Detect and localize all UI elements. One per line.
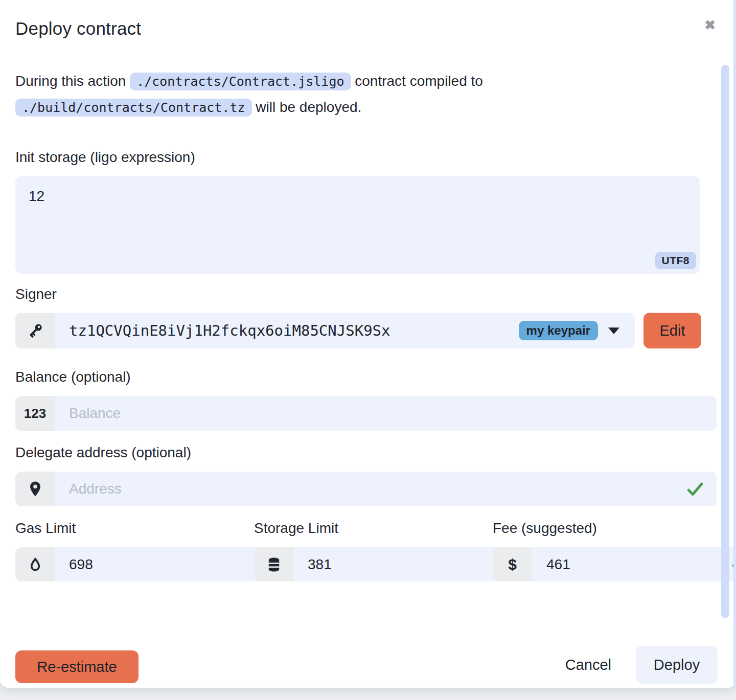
fee-input[interactable] (546, 556, 731, 573)
location-pin-icon (15, 472, 55, 506)
gas-limit-field[interactable] (55, 547, 283, 581)
init-storage-box: 12 UTF8 (15, 176, 700, 274)
delegate-label: Delegate address (optional) (15, 445, 717, 461)
chevron-down-icon[interactable] (608, 328, 619, 334)
balance-input[interactable] (69, 405, 704, 422)
close-icon[interactable]: ✖ (704, 18, 716, 32)
scrollbar-thumb[interactable] (721, 65, 729, 618)
deploy-description: During this action ./contracts/Contract.… (15, 68, 618, 121)
fee-field[interactable] (532, 547, 736, 581)
signer-address-input[interactable] (69, 322, 519, 339)
signer-address-field[interactable]: my keypair (55, 313, 635, 348)
key-icon (15, 313, 55, 348)
storage-limit-input[interactable] (308, 556, 492, 573)
build-path-chip: ./build/contracts/Contract.tz (15, 99, 252, 116)
dollar-icon: $ (493, 547, 532, 581)
delegate-field[interactable] (55, 472, 717, 506)
numeric-123-icon: 123 (15, 396, 55, 431)
description-text-1: During this action (15, 73, 126, 89)
fee-label: Fee (suggested) (493, 520, 700, 536)
init-storage-input[interactable]: 12 (15, 176, 700, 274)
utf8-badge[interactable]: UTF8 (655, 252, 697, 269)
balance-row: 123 (15, 396, 717, 431)
scrollbar-track[interactable] (733, 0, 736, 688)
balance-field[interactable] (55, 396, 717, 431)
description-text-2: contract compiled to (355, 73, 483, 89)
cancel-button[interactable]: Cancel (565, 657, 611, 673)
delegate-row (15, 472, 717, 506)
storage-limit-field[interactable] (293, 547, 522, 581)
gas-limit-row (15, 547, 223, 581)
fee-row: $ (493, 547, 700, 581)
source-path-chip: ./contracts/Contract.jsligo (130, 73, 351, 90)
delegate-address-input[interactable] (69, 481, 686, 497)
balance-label: Balance (optional) (15, 369, 717, 385)
gas-limit-input[interactable] (69, 556, 254, 573)
database-icon (254, 547, 293, 581)
gas-limit-label: Gas Limit (15, 520, 223, 536)
description-text-3: will be deployed. (256, 99, 361, 115)
signer-label: Signer (15, 286, 717, 302)
modal-footer: Re-estimate Cancel Deploy (15, 646, 718, 684)
storage-limit-label: Storage Limit (254, 520, 462, 536)
re-estimate-button[interactable]: Re-estimate (15, 650, 139, 683)
valid-check-icon (686, 480, 704, 498)
deploy-contract-modal: Deploy contract ✖ During this action ./c… (0, 0, 736, 688)
modal-title: Deploy contract (15, 18, 717, 39)
gas-drop-icon (15, 547, 55, 581)
keypair-badge[interactable]: my keypair (519, 321, 598, 340)
edit-signer-button[interactable]: Edit (643, 313, 701, 348)
signer-row: my keypair Edit (15, 313, 717, 348)
limits-labels-row: Gas Limit (15, 520, 717, 581)
deploy-button[interactable]: Deploy (636, 646, 718, 684)
storage-limit-row (254, 547, 462, 581)
init-storage-label: Init storage (ligo expression) (15, 149, 717, 166)
